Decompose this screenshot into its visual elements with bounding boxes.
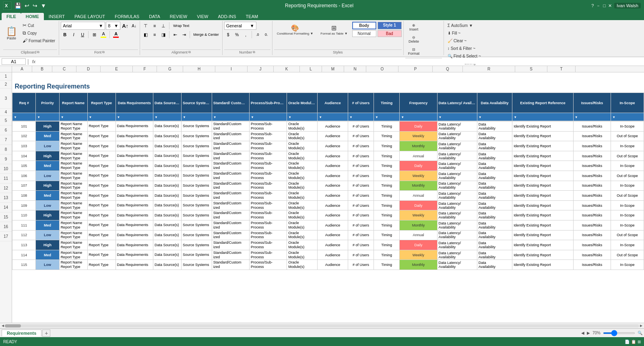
table-cell[interactable]: DataAvailability — [477, 151, 512, 161]
autosum-button[interactable]: Σ AutoSum ▼ — [446, 22, 475, 29]
table-cell[interactable]: Process/Sub-Process — [250, 131, 287, 141]
row-num-1[interactable]: 1 — [0, 72, 12, 80]
table-cell[interactable]: Report Type — [87, 210, 116, 220]
table-cell[interactable]: Data Source(s) — [153, 240, 181, 250]
table-cell[interactable]: Process/Sub-Process — [250, 230, 287, 240]
table-cell[interactable]: # of Users — [348, 171, 374, 181]
scroll-left-button[interactable]: ◀ — [1, 323, 5, 328]
table-cell[interactable]: Annual — [400, 191, 437, 201]
table-cell[interactable]: High — [36, 210, 59, 220]
redo-button[interactable]: ↪ — [32, 2, 38, 10]
table-cell[interactable]: OracleModule(s) — [287, 151, 318, 161]
table-cell[interactable]: Data Latency/Availability — [437, 122, 477, 132]
table-cell[interactable]: Annual — [400, 230, 437, 240]
table-cell[interactable]: # of Users — [348, 240, 374, 250]
table-cell[interactable]: Daily — [400, 122, 437, 132]
row-num-17[interactable]: 17 — [0, 232, 12, 241]
table-cell[interactable]: Process/Sub-Process — [250, 141, 287, 151]
table-cell[interactable]: Process/Sub-Process — [250, 191, 287, 201]
new-sheet-button[interactable]: + — [42, 330, 50, 337]
table-cell[interactable]: Data Source(s) — [153, 161, 181, 171]
row-num-16[interactable]: 16 — [0, 222, 12, 232]
table-cell[interactable]: OracleModule(s) — [287, 220, 318, 230]
table-cell[interactable]: Report Type — [87, 191, 116, 201]
table-cell[interactable]: DataAvailability — [477, 122, 512, 132]
table-cell[interactable]: # of Users — [348, 250, 374, 260]
table-cell[interactable]: Data Requirements — [116, 210, 153, 220]
table-cell[interactable]: Source Systems — [181, 240, 212, 250]
table-cell[interactable]: Timing — [374, 181, 400, 191]
table-cell[interactable]: Report NameReport Type — [59, 260, 87, 270]
scrollbar-track[interactable] — [5, 324, 639, 327]
table-cell[interactable]: DataAvailability — [477, 181, 512, 191]
table-cell[interactable]: Report NameReport Type — [59, 240, 87, 250]
table-cell[interactable]: Audience — [318, 240, 348, 250]
table-cell[interactable]: Identify Existing Report — [512, 151, 574, 161]
table-cell[interactable]: # of Users — [348, 181, 374, 191]
zoom-in-button[interactable]: 🔍 — [638, 331, 642, 335]
table-cell[interactable]: 113 — [12, 240, 36, 250]
table-cell[interactable]: Data Latency/Availability — [437, 151, 477, 161]
row-num-14[interactable]: 14 — [0, 203, 12, 212]
body-style-button[interactable]: Body — [352, 22, 376, 29]
comma-button[interactable]: , — [242, 31, 250, 39]
table-cell[interactable]: Source Systems — [181, 220, 212, 230]
sheet-view-normal[interactable]: 📄 — [625, 340, 630, 344]
table-cell[interactable]: Standard/Customized — [212, 122, 249, 132]
table-cell[interactable]: Identify Existing Report — [512, 230, 574, 240]
table-cell[interactable]: OracleModule(s) — [287, 260, 318, 270]
function-wizard-button[interactable]: fx — [31, 59, 37, 64]
table-cell[interactable]: OracleModule(s) — [287, 210, 318, 220]
table-cell[interactable]: # of Users — [348, 220, 374, 230]
font-size-selector[interactable]: 8▼ — [106, 22, 120, 30]
table-cell[interactable]: In-Scope — [611, 220, 644, 230]
table-cell[interactable]: Standard/Customized — [212, 171, 249, 181]
table-cell[interactable]: Identify Existing Report — [512, 181, 574, 191]
table-cell[interactable]: Data Requirements — [116, 181, 153, 191]
table-cell[interactable]: Data Latency/Availability — [437, 260, 477, 270]
table-cell[interactable]: Identify Existing Report — [512, 161, 574, 171]
table-cell[interactable]: Weekly — [400, 131, 437, 141]
row-num-3[interactable]: 3 — [0, 89, 12, 109]
underline-button[interactable]: U — [78, 31, 87, 39]
align-bottom-button[interactable]: ⊥ — [159, 22, 167, 30]
align-right-button[interactable]: ◨ — [159, 31, 167, 39]
table-cell[interactable]: Data Source(s) — [153, 230, 181, 240]
table-cell[interactable]: OracleModule(s) — [287, 240, 318, 250]
tab-formulas[interactable]: FORMULAS — [110, 13, 144, 20]
customize-quick-access[interactable]: ▼ — [40, 2, 47, 10]
find-select-button[interactable]: 🔍 Find & Select ~ — [446, 52, 483, 60]
table-cell[interactable]: 104 — [12, 151, 36, 161]
table-cell[interactable]: Source Systems — [181, 141, 212, 151]
fill-button[interactable]: ⬇ Fill ~ — [446, 29, 462, 37]
table-cell[interactable]: Standard/Customized — [212, 181, 249, 191]
row-num-10[interactable]: 10 — [0, 164, 12, 174]
table-cell[interactable]: Weekly — [400, 210, 437, 220]
col-header-h[interactable]: G — [157, 66, 183, 72]
table-cell[interactable]: Process/Sub-Process — [250, 171, 287, 181]
table-cell[interactable]: Data Requirements — [116, 250, 153, 260]
table-cell[interactable]: Standard/Customized — [212, 250, 249, 260]
col-header-l[interactable]: K — [274, 66, 300, 72]
table-cell[interactable]: 102 — [12, 131, 36, 141]
table-cell[interactable]: Process/Sub-Process — [250, 200, 287, 210]
table-cell[interactable]: Timing — [374, 260, 400, 270]
table-cell[interactable]: High — [36, 240, 59, 250]
table-cell[interactable]: Timing — [374, 171, 400, 181]
table-cell[interactable]: OracleModule(s) — [287, 171, 318, 181]
table-cell[interactable]: Timing — [374, 122, 400, 132]
cut-button[interactable]: ✂ Cut — [21, 22, 57, 29]
sort-filter-button[interactable]: ↕ Sort & Filter ~ — [446, 45, 477, 52]
table-cell[interactable]: Audience — [318, 122, 348, 132]
row-num-6[interactable]: 6 — [0, 126, 12, 135]
conditional-formatting-button[interactable]: 🎨 Conditional Formatting ▼ — [274, 22, 316, 38]
table-cell[interactable]: Timing — [374, 240, 400, 250]
table-cell[interactable]: Report NameReport Type — [59, 200, 87, 210]
table-cell[interactable]: Source Systems — [181, 122, 212, 132]
table-cell[interactable]: Standard/Customized — [212, 240, 249, 250]
table-cell[interactable]: DataAvailability — [477, 220, 512, 230]
table-cell[interactable]: Issues/Risks — [573, 191, 611, 201]
table-cell[interactable]: Report Type — [87, 240, 116, 250]
table-cell[interactable]: In-Scope — [611, 260, 644, 270]
table-cell[interactable]: DataAvailability — [477, 141, 512, 151]
